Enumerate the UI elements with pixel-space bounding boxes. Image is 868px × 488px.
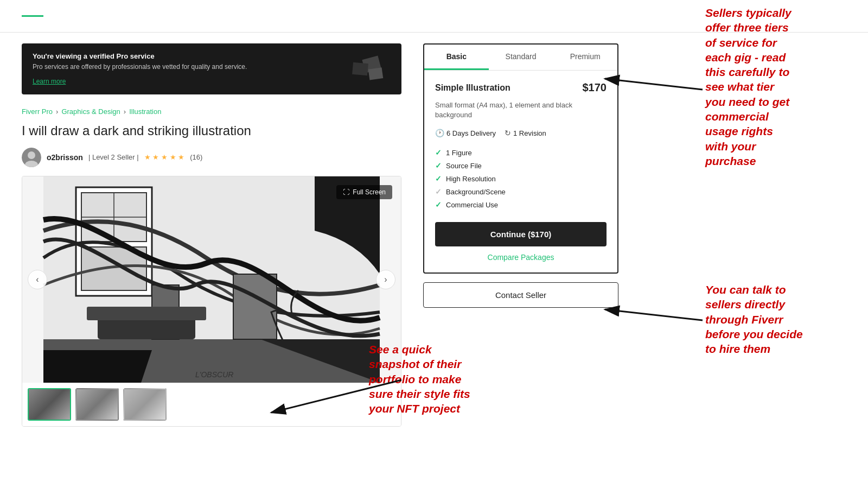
feature-source-file: ✓ Source File	[435, 159, 607, 172]
breadcrumb-fiverr-pro[interactable]: Fiverr Pro	[22, 107, 53, 116]
package-features: ✓ 1 Figure ✓ Source File ✓ High Resoluti…	[435, 146, 607, 211]
revision-info: ↻ 1 Revision	[505, 129, 546, 137]
check-icon: ✓	[435, 161, 442, 170]
pro-banner-icon	[347, 52, 391, 85]
pro-banner-title: You're viewing a verified Pro service	[33, 52, 336, 60]
package-description: Small format (A4 max), 1 element and bla…	[435, 100, 607, 120]
breadcrumb-graphics-design[interactable]: Graphics & Design	[61, 107, 120, 116]
tab-premium[interactable]: Premium	[553, 45, 617, 70]
package-price: $170	[583, 81, 607, 94]
breadcrumb-illustration[interactable]: Illustration	[129, 107, 161, 116]
next-image-button[interactable]: ›	[376, 270, 395, 289]
check-icon: ✓	[435, 148, 442, 157]
contact-seller-button[interactable]: Contact Seller	[423, 282, 618, 308]
svg-text:L'OBSCUR: L'OBSCUR	[195, 370, 233, 379]
thumbnail-2[interactable]	[75, 388, 119, 421]
delivery-info: 🕐 6 Days Delivery	[435, 129, 496, 137]
check-icon: ✓	[435, 200, 442, 209]
seller-avatar	[22, 148, 41, 167]
review-count: (16)	[190, 153, 202, 161]
continue-button[interactable]: Continue ($170)	[435, 222, 607, 246]
tab-basic[interactable]: Basic	[424, 45, 489, 70]
main-area: You're viewing a verified Pro service Pr…	[0, 33, 868, 427]
pro-banner-description: Pro services are offered by professional…	[33, 62, 336, 72]
main-image: L'OBSCUR ⛶ Full Screen ‹ ›	[22, 176, 401, 383]
svg-rect-1	[352, 62, 368, 75]
svg-rect-16	[98, 318, 195, 339]
right-column: Basic Standard Premium Simple Illustrati…	[401, 43, 846, 427]
pro-banner-link[interactable]: Learn more	[33, 78, 66, 85]
prev-image-button[interactable]: ‹	[28, 270, 47, 289]
feature-high-res: ✓ High Resolution	[435, 172, 607, 185]
package-name: Simple Illustration	[435, 83, 510, 93]
clock-icon: 🕐	[435, 129, 444, 137]
fullscreen-icon: ⛶	[343, 188, 349, 196]
fullscreen-button[interactable]: ⛶ Full Screen	[336, 185, 392, 199]
package-body: Simple Illustration $170 Small format (A…	[424, 71, 617, 272]
svg-point-4	[28, 151, 35, 159]
pro-banner: You're viewing a verified Pro service Pr…	[22, 43, 401, 94]
left-column: You're viewing a verified Pro service Pr…	[22, 43, 401, 427]
top-bar	[0, 0, 868, 33]
seller-level: | Level 2 Seller |	[88, 153, 139, 161]
gig-title: I will draw a dark and striking illustra…	[22, 122, 401, 139]
compare-packages-link[interactable]: Compare Packages	[435, 253, 607, 262]
seller-info: o2brisson | Level 2 Seller | ★ ★ ★ ★ ★ (…	[22, 148, 401, 167]
package-name-price: Simple Illustration $170	[435, 81, 607, 94]
feature-background: ✓ Background/Scene	[435, 185, 607, 198]
package-card: Basic Standard Premium Simple Illustrati…	[423, 43, 618, 274]
refresh-icon: ↻	[505, 129, 511, 137]
feature-commercial: ✓ Commercial Use	[435, 198, 607, 211]
image-gallery: L'OBSCUR ⛶ Full Screen ‹ ›	[22, 176, 401, 427]
pro-banner-text: You're viewing a verified Pro service Pr…	[33, 52, 336, 86]
package-tabs: Basic Standard Premium	[424, 45, 617, 71]
tab-standard[interactable]: Standard	[489, 45, 553, 70]
seller-name[interactable]: o2brisson	[47, 153, 83, 162]
check-dim-icon: ✓	[435, 187, 442, 196]
thumbnail-3[interactable]	[123, 388, 167, 421]
feature-1-figure: ✓ 1 Figure	[435, 146, 607, 159]
thumbnail-1[interactable]	[28, 388, 71, 421]
seller-stars: ★ ★ ★ ★ ★	[144, 153, 184, 161]
brand-accent	[22, 15, 43, 17]
thumbnails	[22, 383, 401, 426]
breadcrumb: Fiverr Pro › Graphics & Design › Illustr…	[22, 107, 401, 116]
svg-rect-2	[368, 67, 384, 80]
package-meta: 🕐 6 Days Delivery ↻ 1 Revision	[435, 129, 607, 137]
svg-rect-17	[87, 307, 206, 320]
check-icon: ✓	[435, 174, 442, 183]
